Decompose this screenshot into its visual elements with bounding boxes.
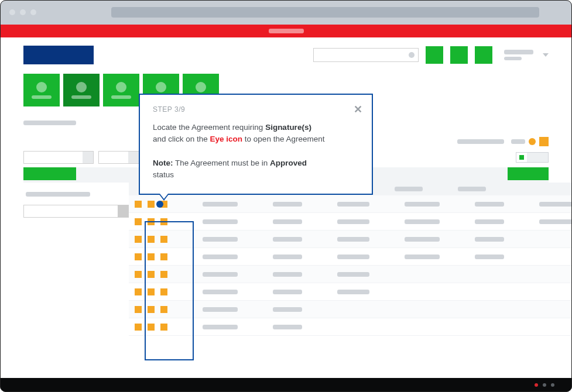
tab-button[interactable] xyxy=(508,167,549,180)
table-row[interactable] xyxy=(129,283,572,301)
search-input[interactable] xyxy=(313,48,419,62)
eye-icon[interactable] xyxy=(135,201,142,208)
status-dot-icon xyxy=(529,138,536,145)
cell-value xyxy=(405,202,440,207)
cell-value xyxy=(539,219,572,224)
delete-icon[interactable] xyxy=(160,236,167,243)
chevron-down-icon[interactable] xyxy=(543,53,549,57)
edit-icon[interactable] xyxy=(148,324,155,331)
avatar-tile[interactable] xyxy=(103,74,139,106)
cell-value xyxy=(337,272,369,277)
sidebar xyxy=(23,183,129,336)
delete-icon[interactable] xyxy=(160,271,167,278)
edit-icon[interactable] xyxy=(148,271,155,278)
delete-icon[interactable] xyxy=(160,306,167,313)
cell-value xyxy=(273,307,302,312)
table-row[interactable] xyxy=(129,213,572,231)
cell-value xyxy=(273,325,302,329)
cell-value xyxy=(203,325,238,329)
cell-value xyxy=(203,202,238,207)
sidebar-label xyxy=(26,192,90,197)
tab-active[interactable] xyxy=(23,167,76,180)
app-logo[interactable] xyxy=(23,46,94,64)
edit-icon[interactable] xyxy=(148,201,155,208)
header-action-1[interactable] xyxy=(426,46,443,64)
eye-icon[interactable] xyxy=(135,236,142,243)
delete-icon[interactable] xyxy=(160,253,167,260)
cell-value xyxy=(539,202,572,207)
grid-view-icon xyxy=(519,155,524,160)
user-menu[interactable] xyxy=(504,50,533,60)
cell-value xyxy=(203,290,238,294)
status-dot-red xyxy=(535,383,538,387)
list-view-icon[interactable] xyxy=(527,153,537,162)
section-label xyxy=(23,121,76,125)
notification-text xyxy=(269,29,304,33)
cell-value xyxy=(273,219,302,224)
avatar-tile-active[interactable] xyxy=(63,74,100,106)
tooltip-step-label: STEP 3/9 xyxy=(153,105,359,114)
cell-value xyxy=(337,202,369,207)
header-action-3[interactable] xyxy=(475,46,492,64)
table-row[interactable] xyxy=(129,248,572,266)
cell-value xyxy=(475,255,504,259)
search-icon xyxy=(409,52,415,58)
eye-icon[interactable] xyxy=(135,324,142,331)
edit-icon[interactable] xyxy=(148,236,155,243)
table-row[interactable] xyxy=(129,195,572,213)
eye-icon[interactable] xyxy=(135,253,142,260)
notification-bar xyxy=(0,25,572,37)
view-toggle[interactable] xyxy=(516,152,549,163)
cell-value xyxy=(475,219,504,224)
data-table xyxy=(129,183,572,336)
table-row[interactable] xyxy=(129,266,572,283)
edit-icon[interactable] xyxy=(148,218,155,225)
table-row[interactable] xyxy=(129,318,572,336)
eye-icon[interactable] xyxy=(135,218,142,225)
tooltip-body: Locate the Agreement requiring Signature… xyxy=(153,122,359,181)
filter-input[interactable] xyxy=(98,151,139,164)
cell-value xyxy=(273,202,302,207)
browser-footer xyxy=(0,378,572,392)
avatar-tile[interactable] xyxy=(23,74,60,106)
close-icon[interactable]: ✕ xyxy=(354,103,362,116)
edit-icon[interactable] xyxy=(148,253,155,260)
url-bar[interactable] xyxy=(111,7,539,18)
tutorial-tooltip: ✕ STEP 3/9 Locate the Agreement requirin… xyxy=(139,94,373,195)
cell-value xyxy=(405,237,440,242)
app-header xyxy=(0,37,572,70)
cell-value xyxy=(337,255,369,259)
traffic-close-icon[interactable] xyxy=(9,9,15,15)
cell-value xyxy=(273,237,302,242)
cell-value xyxy=(273,290,302,294)
cell-value xyxy=(273,255,302,259)
delete-icon[interactable] xyxy=(160,324,167,331)
table-row[interactable] xyxy=(129,231,572,248)
cell-value xyxy=(273,272,302,277)
status-badge xyxy=(539,137,549,146)
eye-icon[interactable] xyxy=(135,288,142,295)
cell-value xyxy=(337,237,369,242)
eye-icon[interactable] xyxy=(135,306,142,313)
traffic-max-icon[interactable] xyxy=(30,9,36,15)
delete-icon[interactable] xyxy=(160,288,167,295)
status-dot xyxy=(543,383,546,387)
edit-icon[interactable] xyxy=(148,288,155,295)
traffic-min-icon[interactable] xyxy=(20,9,26,15)
edit-icon[interactable] xyxy=(148,306,155,313)
cell-value xyxy=(475,202,504,207)
filter-input[interactable] xyxy=(23,151,94,164)
cell-value xyxy=(405,219,440,224)
cell-value xyxy=(203,255,238,259)
cell-value xyxy=(337,290,369,294)
delete-icon[interactable] xyxy=(160,218,167,225)
status-text xyxy=(457,139,504,144)
cell-value xyxy=(203,307,238,312)
cell-value xyxy=(203,272,238,277)
card-view-icon[interactable] xyxy=(537,153,548,162)
table-row[interactable] xyxy=(129,301,572,318)
sidebar-search-input[interactable] xyxy=(23,205,129,218)
header-action-2[interactable] xyxy=(450,46,468,64)
eye-icon[interactable] xyxy=(135,271,142,278)
cell-value xyxy=(203,237,238,242)
